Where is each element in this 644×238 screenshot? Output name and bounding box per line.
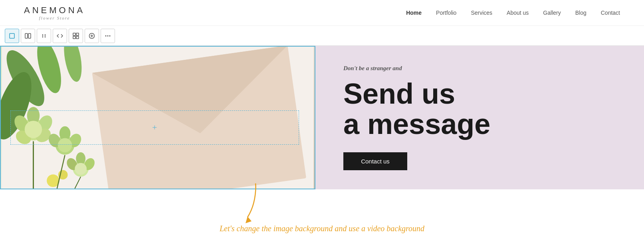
nav-contact[interactable]: Contact (601, 10, 620, 16)
svg-rect-12 (76, 36, 79, 39)
nav-blog[interactable]: Blog (575, 10, 587, 16)
add-element-button[interactable] (85, 29, 99, 43)
nav-portfolio[interactable]: Portfolio (436, 10, 456, 16)
svg-rect-1 (25, 33, 28, 38)
svg-point-4 (45, 34, 46, 35)
selection-plus-icon: + (152, 122, 157, 133)
more-options-button[interactable] (101, 29, 115, 43)
right-title-line2: a message (343, 108, 490, 140)
svg-rect-11 (73, 36, 75, 39)
svg-point-42 (75, 163, 87, 175)
annotation-arrow (232, 181, 279, 225)
editor-toolbar (0, 26, 644, 46)
annotation-area: Let's change the image background and us… (0, 189, 644, 237)
svg-point-17 (107, 35, 109, 36)
svg-rect-10 (76, 33, 79, 35)
layout-two-col-button[interactable] (21, 29, 35, 43)
code-button[interactable] (53, 29, 67, 43)
nav-services[interactable]: Services (471, 10, 492, 16)
grid-button[interactable] (69, 29, 83, 43)
svg-marker-48 (246, 216, 252, 223)
svg-point-7 (42, 36, 43, 37)
logo-sub: flower Store (39, 16, 70, 20)
svg-point-16 (105, 35, 107, 36)
contact-us-button[interactable]: Contact us (343, 152, 407, 170)
svg-point-5 (42, 35, 43, 36)
svg-point-3 (42, 34, 43, 35)
logo: ANEMONA flower Store (24, 5, 85, 20)
main-nav: Home Portfolio Services About us Gallery… (406, 10, 620, 16)
annotation-text: Let's change the image background and us… (220, 224, 424, 233)
right-title-line1: Send us (343, 78, 455, 110)
nav-gallery[interactable]: Gallery (543, 10, 561, 16)
svg-point-18 (109, 35, 111, 36)
right-title: Send us a message (343, 79, 616, 139)
right-subtitle: Don't be a stranger and (343, 65, 616, 72)
svg-rect-0 (10, 33, 14, 38)
svg-rect-2 (28, 33, 31, 38)
left-panel: + (0, 46, 315, 189)
site-header: ANEMONA flower Store Home Portfolio Serv… (0, 0, 644, 26)
nav-aboutus[interactable]: About us (507, 10, 529, 16)
svg-point-6 (45, 35, 46, 36)
layout-single-button[interactable] (5, 29, 19, 43)
nav-home[interactable]: Home (406, 10, 422, 16)
drag-button[interactable] (37, 29, 51, 43)
svg-rect-9 (73, 33, 75, 35)
right-panel: Don't be a stranger and Send us a messag… (315, 46, 644, 189)
logo-name: ANEMONA (24, 5, 85, 16)
content-area: + Don't be a stranger and Send us a mess… (0, 46, 644, 189)
selection-box: + (10, 110, 299, 144)
image-background: + (1, 47, 315, 189)
svg-point-8 (45, 36, 46, 37)
